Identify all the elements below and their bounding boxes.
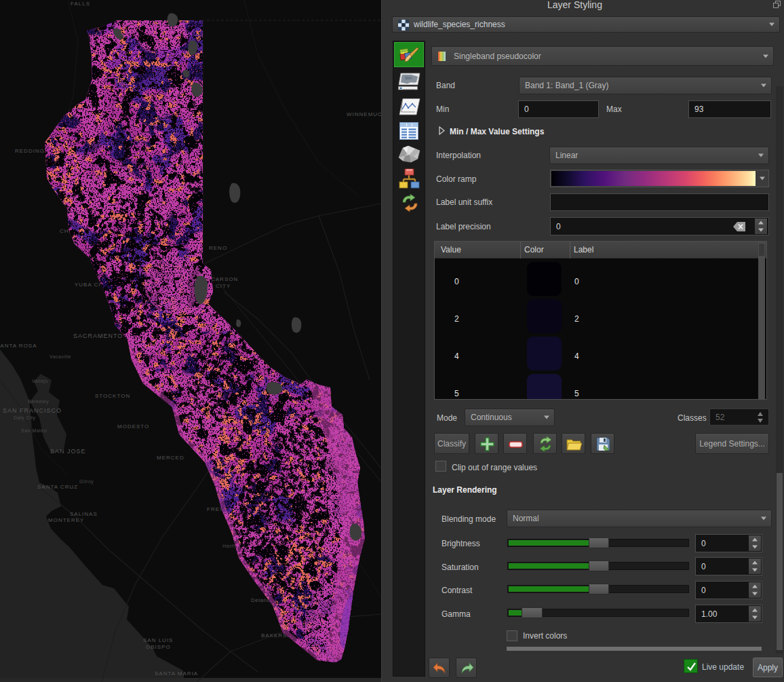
svg-text:REDDING: REDDING — [15, 148, 45, 154]
svg-text:Vacaville: Vacaville — [50, 354, 71, 359]
svg-text:STOCKTON: STOCKTON — [95, 393, 130, 399]
svg-text:Gilroy: Gilroy — [79, 479, 94, 485]
svg-text:San Mateo: San Mateo — [21, 428, 47, 433]
svg-text:SACRAMENTO: SACRAMENTO — [73, 333, 123, 339]
svg-text:Vallejo: Vallejo — [32, 379, 48, 384]
svg-text:SANTA ROSA: SANTA ROSA — [0, 343, 37, 349]
svg-text:SAN LUIS: SAN LUIS — [143, 637, 173, 643]
svg-text:MODESTO: MODESTO — [117, 423, 149, 430]
svg-text:SAN JOSE: SAN JOSE — [50, 448, 86, 455]
svg-text:CITY: CITY — [216, 283, 231, 289]
svg-text:SANTA CRUZ: SANTA CRUZ — [37, 484, 78, 490]
svg-text:FALLS: FALLS — [71, 1, 90, 7]
svg-text:CARSON: CARSON — [211, 276, 238, 282]
svg-text:Berkeley: Berkeley — [28, 399, 49, 404]
svg-text:MERCED: MERCED — [157, 455, 184, 461]
svg-text:WINNEMUCCA: WINNEMUCCA — [347, 111, 381, 117]
svg-text:OBISPO: OBISPO — [146, 644, 171, 650]
svg-text:SANTA MARIA: SANTA MARIA — [155, 670, 198, 677]
svg-text:MONTEREY: MONTEREY — [48, 517, 84, 523]
svg-text:SAN FRANCISCO: SAN FRANCISCO — [3, 407, 62, 414]
svg-text:SALINAS: SALINAS — [70, 511, 98, 517]
svg-text:RENO: RENO — [209, 245, 227, 251]
svg-text:Daly City: Daly City — [14, 415, 36, 421]
